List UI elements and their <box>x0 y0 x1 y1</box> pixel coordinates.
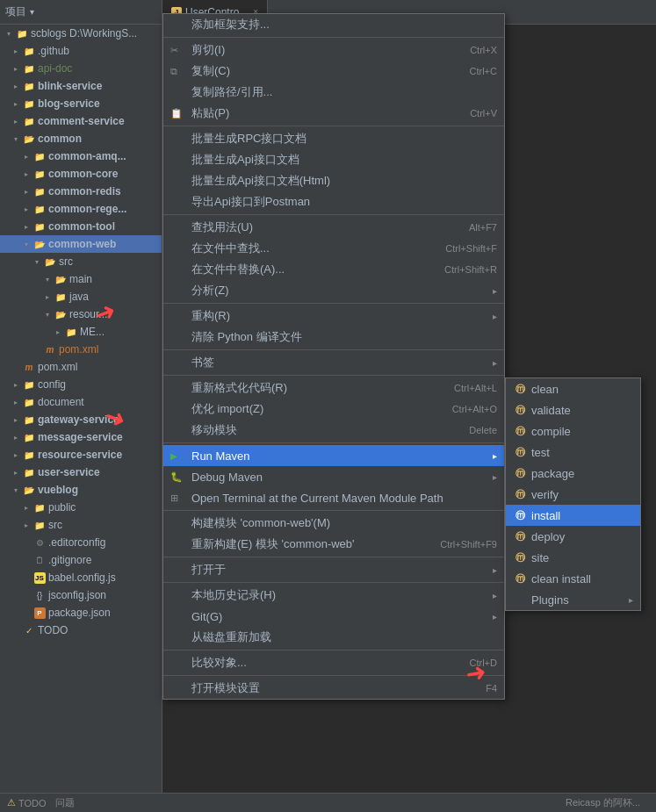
sidebar-item-pom-inner[interactable]: m pom.xml <box>0 341 162 358</box>
status-problems[interactable]: 问题 <box>55 796 75 809</box>
sidebar-item-label: comment-service <box>38 115 125 127</box>
sidebar-item-todo[interactable]: ✓ TODO <box>0 622 162 639</box>
sidebar-item-label: config <box>38 378 66 391</box>
menu-item-find-in-files[interactable]: 在文件中查找... Ctrl+Shift+F <box>163 238 504 259</box>
sidebar-item-config[interactable]: ▸ 📁 config <box>0 376 162 393</box>
menu-item-export-postman[interactable]: 导出Api接口到Postman <box>163 191 504 212</box>
menu-item-replace-in-files[interactable]: 在文件中替换(A)... Ctrl+Shift+R <box>163 259 504 280</box>
submenu-item-clean-install[interactable]: ⓜ clean install <box>506 568 640 589</box>
chevron-icon: ▸ <box>25 205 33 213</box>
menu-item-optimize-imports[interactable]: 优化 import(Z) Ctrl+Alt+O <box>163 399 504 420</box>
chevron-icon: ▸ <box>14 381 23 389</box>
menu-item-open-terminal[interactable]: ⊞ Open Terminal at the Current Maven Mod… <box>163 487 504 508</box>
menu-item-compare[interactable]: 比较对象... Ctrl+D <box>163 652 504 673</box>
sidebar-item-common-web[interactable]: ▾ 📂 common-web <box>0 235 162 253</box>
menu-item-move-module[interactable]: 移动模块 Delete <box>163 420 504 441</box>
submenu-item-validate[interactable]: ⓜ validate <box>506 399 640 420</box>
sidebar-item-pom-root[interactable]: m pom.xml <box>0 358 162 376</box>
sidebar-item-java[interactable]: ▸ 📁 java <box>0 288 162 305</box>
menu-item-bookmarks[interactable]: 书签 ▸ <box>163 352 504 373</box>
menu-item-rebuild-module[interactable]: 重新构建(E) 模块 'common-web' Ctrl+Shift+F9 <box>163 534 504 555</box>
sidebar-item-api-doc[interactable]: ▸ 📁 api-doc <box>0 60 162 77</box>
menu-item-open-in[interactable]: 打开于 ▸ <box>163 559 504 580</box>
sidebar-item-common-amqp[interactable]: ▸ 📁 common-amq... <box>0 147 162 165</box>
menu-item-find-usages[interactable]: 查找用法(U) Alt+F7 <box>163 217 504 238</box>
pom-icon: m <box>23 361 35 373</box>
submenu-item-verify[interactable]: ⓜ verify <box>506 484 640 505</box>
sidebar-item-common-regex[interactable]: ▸ 📁 common-rege... <box>0 200 162 218</box>
folder-icon: 📁 <box>23 466 35 478</box>
menu-item-batch-rpc[interactable]: 批量生成RPC接口文档 <box>163 128 504 149</box>
shortcut-label: Delete <box>469 425 497 435</box>
sidebar-item-blog[interactable]: ▸ 📁 blog-service <box>0 95 162 112</box>
submenu-item-clean[interactable]: ⓜ clean <box>506 378 640 399</box>
sidebar-item-label: user-service <box>38 466 100 478</box>
sidebar-item-common-core[interactable]: ▸ 📁 common-core <box>0 165 162 183</box>
sidebar-item-gitignore[interactable]: 🗒 .gitignore <box>0 551 162 569</box>
menu-item-reformat[interactable]: 重新格式化代码(R) Ctrl+Alt+L <box>163 377 504 399</box>
context-menu: 添加框架支持... ✂ 剪切(I) Ctrl+X ⧉ 复制(C) Ctrl+C … <box>162 13 505 700</box>
submenu-item-compile[interactable]: ⓜ compile <box>506 420 640 442</box>
submenu-item-install[interactable]: ⓜ install <box>506 505 640 526</box>
sidebar-item-message[interactable]: ▸ 📁 message-service <box>0 428 162 446</box>
sidebar-item-comment[interactable]: ▸ 📁 comment-service <box>0 112 162 130</box>
menu-item-clear-python[interactable]: 清除 Python 编译文件 <box>163 327 504 348</box>
sidebar-item-package[interactable]: P package.json <box>0 604 162 622</box>
menu-item-local-history[interactable]: 本地历史记录(H) ▸ <box>163 585 504 606</box>
sidebar-dropdown-icon[interactable]: ▾ <box>30 7 34 17</box>
menu-label: 导出Api接口到Postman <box>191 194 310 210</box>
menu-item-module-settings[interactable]: 打开模块设置 F4 <box>163 678 504 699</box>
menu-item-reload[interactable]: 从磁盘重新加载 <box>163 627 504 648</box>
sidebar-item-document[interactable]: ▸ 📁 document <box>0 393 162 411</box>
submenu-item-plugins[interactable]: Plugins ▸ <box>506 589 640 610</box>
menu-item-add-framework[interactable]: 添加框架支持... <box>163 14 504 35</box>
menu-item-build-module[interactable]: 构建模块 'common-web'(M) <box>163 513 504 534</box>
sidebar-item-common[interactable]: ▾ 📂 common <box>0 130 162 147</box>
menu-item-debug-maven[interactable]: 🐛 Debug Maven ▸ <box>163 466 504 487</box>
sidebar-item-editorconfig[interactable]: ⚙ .editorconfig <box>0 534 162 551</box>
submenu-item-test[interactable]: ⓜ test <box>506 442 640 463</box>
submenu-item-package[interactable]: ⓜ package <box>506 463 640 484</box>
chevron-icon: ▸ <box>25 504 33 512</box>
sidebar-item-github[interactable]: ▸ 📁 .github <box>0 42 162 60</box>
menu-item-git[interactable]: Git(G) ▸ <box>163 606 504 627</box>
sidebar-item-label: pom.xml <box>38 361 77 373</box>
status-todo[interactable]: ⚠ TODO <box>7 797 47 808</box>
run-maven-icon: ▶ <box>170 451 186 461</box>
sidebar-item-user[interactable]: ▸ 📁 user-service <box>0 463 162 481</box>
submenu-arrow-icon: ▸ <box>493 591 497 600</box>
sidebar-item-babel[interactable]: JS babel.config.js <box>0 569 162 586</box>
sidebar-item-src[interactable]: ▾ 📂 src <box>0 253 162 270</box>
menu-label: 添加框架支持... <box>191 17 270 32</box>
folder-icon: 📁 <box>23 378 35 391</box>
submenu-item-deploy[interactable]: ⓜ deploy <box>506 526 640 547</box>
menu-item-paste[interactable]: 📋 粘贴(P) Ctrl+V <box>163 103 504 124</box>
sidebar-item-blink[interactable]: ▸ 📁 blink-service <box>0 77 162 95</box>
submenu-label: validate <box>531 404 571 417</box>
menu-label: 重新格式化代码(R) <box>191 380 287 396</box>
menu-item-batch-api-html[interactable]: 批量生成Api接口文档(Html) <box>163 170 504 191</box>
menu-item-refactor[interactable]: 重构(R) ▸ <box>163 305 504 327</box>
submenu-item-site[interactable]: ⓜ site <box>506 547 640 568</box>
sidebar-item-root[interactable]: ▾ 📁 scblogs D:\WorkingS... <box>0 25 162 42</box>
sidebar-item-resources[interactable]: ▾ 📂 resour... <box>0 305 162 323</box>
sidebar-item-main[interactable]: ▾ 📂 main <box>0 270 162 288</box>
sidebar-item-vueblog[interactable]: ▾ 📂 vueblog <box>0 481 162 499</box>
sidebar-item-gateway[interactable]: ▸ 📁 gateway-service <box>0 411 162 428</box>
menu-item-copy-path[interactable]: 复制路径/引用... <box>163 82 504 103</box>
menu-item-analyze[interactable]: 分析(Z) ▸ <box>163 280 504 301</box>
menu-item-batch-api[interactable]: 批量生成Api接口文档 <box>163 149 504 170</box>
sidebar-item-public[interactable]: ▸ 📁 public <box>0 499 162 516</box>
menu-item-run-maven[interactable]: ▶ Run Maven ▸ <box>163 445 504 466</box>
sidebar-item-resource[interactable]: ▸ 📁 resource-service <box>0 446 162 463</box>
submenu-label: compile <box>531 425 571 438</box>
sidebar-item-common-tool[interactable]: ▸ 📁 common-tool <box>0 218 162 235</box>
sidebar-item-common-redis[interactable]: ▸ 📁 common-redis <box>0 183 162 200</box>
menu-item-copy[interactable]: ⧉ 复制(C) Ctrl+C <box>163 61 504 82</box>
menu-item-cut[interactable]: ✂ 剪切(I) Ctrl+X <box>163 40 504 61</box>
sidebar-item-vue-src[interactable]: ▸ 📁 src <box>0 516 162 534</box>
sidebar-item-jsconfig[interactable]: {} jsconfig.json <box>0 586 162 604</box>
chevron-icon: ▸ <box>56 328 65 336</box>
sidebar-item-me[interactable]: ▸ 📁 ME... <box>0 323 162 341</box>
maven-goal-icon: ⓜ <box>513 445 527 459</box>
